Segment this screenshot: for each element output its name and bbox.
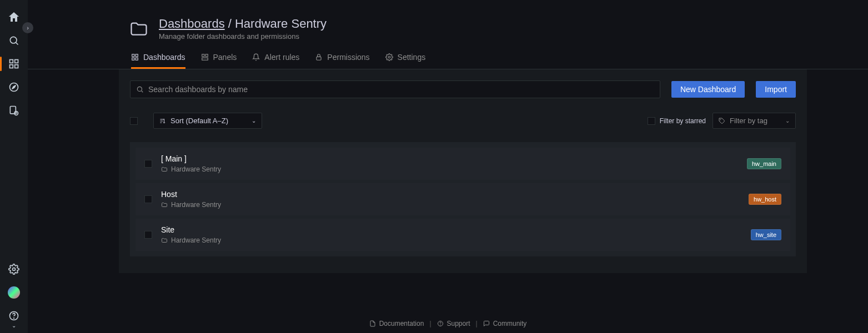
chevron-down-icon: ⌄	[12, 322, 16, 329]
nav-search[interactable]	[0, 29, 28, 52]
nav-sidebar: › ⌄	[0, 0, 28, 333]
item-checkbox[interactable]	[144, 195, 152, 203]
page-header: Dashboards / Hardware Sentry Manage fold…	[28, 0, 868, 41]
svg-rect-5	[15, 65, 18, 68]
item-tag[interactable]: hw_main	[747, 158, 781, 169]
svg-line-1	[16, 43, 18, 45]
tab-label: Permissions	[327, 53, 369, 62]
svg-point-14	[14, 318, 14, 319]
breadcrumb-sep: /	[225, 17, 235, 31]
filter-tag-label: Filter by tag	[730, 117, 767, 125]
svg-rect-21	[202, 58, 208, 60]
search-icon	[136, 85, 144, 93]
import-button[interactable]: Import	[756, 81, 796, 98]
tab-panels[interactable]: Panels	[201, 53, 237, 69]
nav-dashboards[interactable]	[0, 52, 28, 75]
tab-settings[interactable]: Settings	[385, 53, 426, 69]
svg-point-0	[10, 37, 17, 43]
svg-rect-4	[10, 65, 13, 68]
item-tag[interactable]: hw_host	[749, 194, 781, 205]
footer: Documentation | Support | Community	[28, 303, 868, 333]
svg-point-12	[13, 268, 16, 271]
item-folder: Hardware Sentry	[161, 236, 742, 244]
list-item[interactable]: Site Hardware Sentry hw_site	[136, 219, 790, 251]
nav-alerting[interactable]	[0, 99, 28, 122]
page-title: Dashboards / Hardware Sentry	[159, 17, 327, 31]
filter-tag-select[interactable]: Filter by tag ⌄	[713, 113, 796, 129]
chevron-down-icon: ⌄	[785, 118, 790, 124]
chevron-down-icon: ⌄	[252, 118, 256, 124]
svg-point-24	[137, 87, 142, 91]
main-content: Dashboards / Hardware Sentry Manage fold…	[28, 0, 868, 333]
item-title: [ Main ]	[161, 154, 738, 163]
new-dashboard-button[interactable]: New Dashboard	[671, 81, 745, 98]
svg-rect-16	[136, 54, 138, 57]
item-folder: Hardware Sentry	[161, 165, 738, 173]
svg-rect-22	[317, 57, 321, 60]
gear-icon	[385, 53, 393, 61]
nav-help[interactable]: ⌄	[0, 304, 28, 327]
tab-label: Settings	[398, 53, 426, 62]
svg-line-25	[142, 91, 143, 93]
svg-rect-18	[136, 58, 138, 60]
support-icon	[437, 320, 444, 327]
folder-icon	[128, 18, 150, 40]
folder-icon	[161, 237, 168, 244]
svg-rect-15	[132, 54, 134, 57]
item-folder: Hardware Sentry	[161, 201, 740, 209]
filter-starred-label: Filter by starred	[660, 117, 706, 125]
grid-icon	[131, 53, 139, 61]
lock-icon	[315, 53, 323, 61]
tab-label: Panels	[213, 53, 237, 62]
sort-icon	[159, 118, 166, 124]
item-title: Site	[161, 225, 742, 234]
svg-rect-20	[205, 54, 208, 57]
svg-rect-2	[10, 60, 13, 63]
community-icon	[483, 320, 490, 327]
document-icon	[369, 320, 376, 327]
svg-rect-17	[132, 58, 134, 60]
tab-bar: Dashboards Panels Alert rules Permission…	[28, 41, 868, 69]
footer-support[interactable]: Support	[437, 320, 470, 327]
search-box[interactable]	[130, 80, 660, 98]
footer-community[interactable]: Community	[483, 320, 527, 327]
svg-point-28	[440, 325, 440, 325]
folder-icon	[161, 166, 168, 173]
tab-permissions[interactable]: Permissions	[315, 53, 369, 69]
sort-select[interactable]: Sort (Default A–Z) ⌄	[153, 113, 262, 129]
select-all-checkbox[interactable]	[130, 117, 138, 125]
bell-icon	[252, 53, 260, 61]
tag-icon	[719, 118, 725, 124]
breadcrumb-leaf: Hardware Sentry	[235, 17, 327, 31]
svg-marker-7	[12, 85, 16, 89]
starred-checkbox[interactable]	[648, 117, 655, 125]
item-checkbox[interactable]	[144, 231, 152, 239]
filter-starred[interactable]: Filter by starred	[648, 117, 706, 125]
tab-alert-rules[interactable]: Alert rules	[252, 53, 299, 69]
dashboard-list: [ Main ] Hardware Sentry hw_main Host Ha…	[130, 142, 796, 256]
folder-icon	[161, 201, 168, 208]
nav-explore[interactable]	[0, 75, 28, 99]
content-panel: New Dashboard Import Sort (Default A–Z) …	[119, 69, 807, 273]
nav-avatar[interactable]	[8, 286, 20, 299]
item-tag[interactable]: hw_site	[751, 229, 781, 240]
tab-label: Dashboards	[143, 53, 185, 62]
panel-icon	[201, 53, 209, 61]
list-item[interactable]: Host Hardware Sentry hw_host	[136, 183, 790, 215]
tab-dashboards[interactable]: Dashboards	[131, 53, 185, 69]
footer-documentation[interactable]: Documentation	[369, 320, 424, 327]
svg-rect-3	[15, 60, 18, 63]
list-item[interactable]: [ Main ] Hardware Sentry hw_main	[136, 148, 790, 180]
svg-point-23	[388, 56, 390, 58]
tab-label: Alert rules	[264, 53, 299, 62]
item-title: Host	[161, 190, 740, 199]
breadcrumb-root[interactable]: Dashboards	[159, 17, 225, 31]
search-input[interactable]	[148, 85, 654, 94]
sort-label: Sort (Default A–Z)	[170, 117, 228, 125]
svg-point-26	[720, 119, 721, 120]
item-checkbox[interactable]	[144, 160, 152, 168]
page-subtitle: Manage folder dashboards and permissions	[159, 32, 327, 41]
nav-configuration[interactable]	[0, 258, 28, 281]
svg-rect-19	[202, 54, 204, 57]
